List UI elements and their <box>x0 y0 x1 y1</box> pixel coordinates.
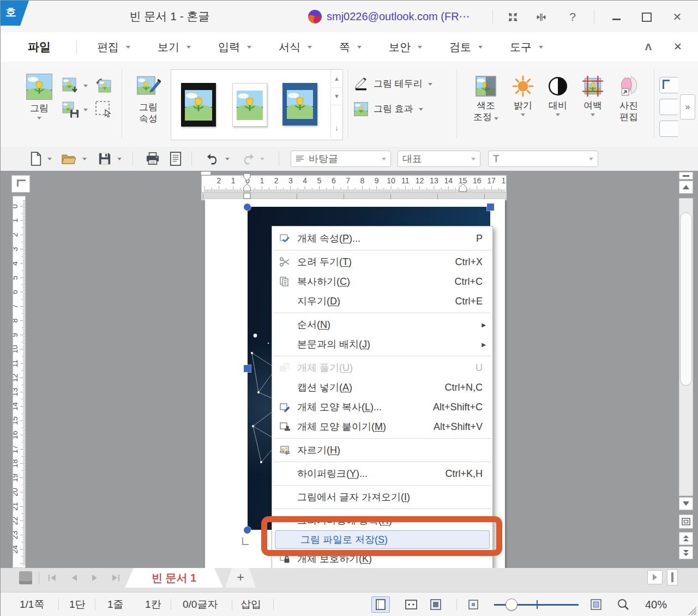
menu-item-copy[interactable]: 복사하기(C)Ctrl+C <box>272 272 492 291</box>
menu-input[interactable]: 입력 <box>204 32 265 62</box>
replace-picture-button[interactable] <box>62 77 80 98</box>
menu-view[interactable]: 보기 <box>144 32 204 62</box>
chevron-down-icon[interactable] <box>82 158 87 160</box>
last-tab-button[interactable] <box>109 571 123 584</box>
menu-item-register-drawing-gallery[interactable]: 그리기마당에 등록(R) <box>272 511 492 530</box>
first-line-indent-marker[interactable] <box>243 173 251 182</box>
contrast-button[interactable]: 대비 <box>543 75 573 116</box>
split-window-button[interactable] <box>679 172 693 180</box>
chevron-down-icon[interactable] <box>47 158 52 160</box>
select-crop-button[interactable] <box>94 100 113 121</box>
redo-button[interactable] <box>239 151 256 167</box>
photo-edit-button[interactable]: 사진편집 <box>612 75 645 123</box>
gallery-scroll-down-icon[interactable]: ▼ <box>331 87 342 105</box>
fullscreen-icon[interactable] <box>506 10 520 24</box>
previous-tab-button[interactable] <box>67 571 81 584</box>
menu-item-text-wrap[interactable]: 본문과의 배치(J)▶ <box>272 334 492 354</box>
print-button[interactable] <box>145 151 161 167</box>
menu-format[interactable]: 서식 <box>265 32 326 62</box>
menu-file[interactable]: 파일 <box>23 32 55 62</box>
chevron-down-icon[interactable] <box>117 158 122 160</box>
tab-document-1[interactable]: 빈 문서 1 <box>125 568 223 588</box>
full-screen-mode-button[interactable] <box>426 596 445 613</box>
status-insert-mode[interactable]: 삽입 <box>240 593 261 616</box>
tab-type-selector-button[interactable] <box>11 175 30 193</box>
zoom-slider-thumb[interactable] <box>506 599 518 611</box>
scroll-lock-button[interactable] <box>667 569 678 585</box>
brightness-button[interactable]: 밝기 <box>508 75 538 116</box>
selection-handle-top-left[interactable] <box>244 204 251 211</box>
help-icon[interactable]: ? <box>565 10 580 24</box>
ribbon-close-button[interactable]: ✕ <box>671 40 684 54</box>
picture-properties-button[interactable]: 그림 속성 <box>128 74 169 125</box>
next-tab-button[interactable] <box>88 571 102 584</box>
ribbon-more-button[interactable]: » <box>680 94 695 119</box>
save-picture-button[interactable] <box>62 101 80 122</box>
selection-handle-bottom-left[interactable] <box>244 527 251 534</box>
gallery-expand-icon[interactable]: ↓ <box>331 116 342 139</box>
scroll-down-button[interactable] <box>679 497 693 510</box>
menu-item-paste-object-shape[interactable]: 개체 모양 붙이기(M)Alt+Shift+V <box>272 417 492 436</box>
menu-page[interactable]: 쪽 <box>326 32 375 62</box>
gallery-scroll-up-icon[interactable]: ▲ <box>331 70 342 88</box>
right-margin-marker[interactable] <box>459 183 467 193</box>
menu-item-order[interactable]: 순서(N)▶ <box>272 315 492 334</box>
chevron-down-icon[interactable] <box>260 158 264 160</box>
next-page-button[interactable] <box>679 546 693 559</box>
vertical-ruler[interactable]: 0123456789101112131415161718192021222324 <box>13 196 26 568</box>
hanging-indent-marker[interactable] <box>243 183 251 192</box>
chevron-down-icon[interactable] <box>225 158 230 160</box>
menu-item-hyperlink[interactable]: 하이퍼링크(Y)...Ctrl+K,H <box>272 464 492 483</box>
chevron-down-icon[interactable] <box>83 85 88 87</box>
picture-style-black-frame[interactable] <box>181 83 216 127</box>
menu-item-copy-object-shape[interactable]: 개체 모양 복사(L)...Alt+Shift+C <box>272 397 492 417</box>
style-set-combo[interactable]: 대표 <box>398 151 480 167</box>
picture-border-button[interactable]: 그림 테두리 <box>354 77 432 91</box>
paragraph-style-combo[interactable]: 바탕글 <box>291 151 391 167</box>
picture-style-blue-frame[interactable] <box>282 83 317 125</box>
close-button[interactable]: ✕ <box>670 10 684 24</box>
menu-item-extract-text[interactable]: 그림에서 글자 가져오기(I) <box>272 487 492 507</box>
menu-item-delete[interactable]: 지우기(D)Ctrl+E <box>272 291 492 311</box>
resize-grip[interactable] <box>687 605 696 615</box>
insert-picture-button[interactable]: 그림 <box>21 74 57 119</box>
menu-tools[interactable]: 도구 <box>496 32 557 62</box>
vertical-scrollbar-thumb[interactable] <box>680 212 692 386</box>
first-tab-button[interactable] <box>45 571 59 584</box>
menu-security[interactable]: 보안 <box>375 32 436 62</box>
rotate-picture-button[interactable] <box>94 76 113 97</box>
picture-effect-button[interactable]: 그림 효과 <box>354 102 423 116</box>
fit-width-mode-button[interactable] <box>402 596 420 613</box>
selection-handle-middle-left[interactable] <box>244 365 251 372</box>
menu-review[interactable]: 검토 <box>436 32 496 62</box>
menu-edit[interactable]: 편집 <box>83 32 144 62</box>
menu-item-object-properties[interactable]: 개체 속성(P)...P <box>272 229 492 248</box>
new-tab-button[interactable]: + <box>225 568 256 588</box>
page-view-nav-button[interactable] <box>679 515 693 529</box>
open-document-button[interactable] <box>61 151 77 167</box>
menu-item-crop[interactable]: 자르기(H) <box>272 440 492 460</box>
scroll-up-button[interactable] <box>679 181 693 194</box>
menu-item-save-as-picture[interactable]: 그림 파일로 저장(S) <box>275 530 490 549</box>
document-list-icon[interactable] <box>19 571 32 584</box>
menu-item-insert-caption[interactable]: 캡션 넣기(A)Ctrl+N,C <box>272 378 492 397</box>
undo-button[interactable] <box>204 151 221 167</box>
tone-adjust-button[interactable]: 색조조정 <box>468 75 503 123</box>
zoom-in-button[interactable] <box>588 596 604 613</box>
maximize-button[interactable] <box>640 10 654 24</box>
minimize-button[interactable] <box>609 10 623 24</box>
account-info[interactable]: smj0226@outlook.com (FR⋯ <box>308 1 470 32</box>
ruler-left-knob[interactable] <box>200 171 212 176</box>
previous-page-button[interactable] <box>679 532 693 545</box>
horizontal-scroll-right-button[interactable] <box>647 570 663 584</box>
chevron-down-icon[interactable] <box>83 109 88 111</box>
selection-handle-top-right[interactable] <box>487 204 494 211</box>
font-name-combo[interactable]: T <box>488 151 598 167</box>
menu-item-protect-object[interactable]: 개체 보호하기(K) <box>272 549 492 568</box>
new-document-button[interactable] <box>28 151 44 167</box>
zoom-level-value[interactable]: 40% <box>645 593 667 616</box>
margin-button[interactable]: 여백 <box>577 75 608 116</box>
zoom-fit-button[interactable] <box>465 596 482 613</box>
page-view-mode-button[interactable] <box>371 596 390 613</box>
print-preview-button[interactable] <box>167 151 184 167</box>
